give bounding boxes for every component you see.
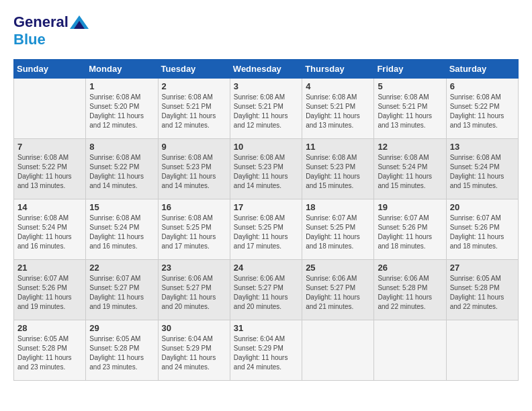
calendar-day-cell: 30Sunrise: 6:04 AMSunset: 5:29 PMDayligh…	[158, 320, 230, 381]
logo-blue: Blue	[13, 31, 46, 48]
day-number: 20	[450, 202, 515, 212]
day-number: 10	[234, 142, 298, 152]
day-info: Sunrise: 6:08 AMSunset: 5:24 PMDaylight:…	[17, 214, 82, 251]
day-info: Sunrise: 6:08 AMSunset: 5:21 PMDaylight:…	[162, 93, 226, 130]
calendar-day-cell: 31Sunrise: 6:04 AMSunset: 5:29 PMDayligh…	[230, 320, 302, 381]
day-number: 11	[306, 142, 370, 152]
day-info: Sunrise: 6:08 AMSunset: 5:21 PMDaylight:…	[378, 93, 442, 130]
weekday-header-row: SundayMondayTuesdayWednesdayThursdayFrid…	[14, 60, 519, 79]
day-info: Sunrise: 6:08 AMSunset: 5:25 PMDaylight:…	[162, 214, 226, 251]
day-number: 9	[162, 142, 226, 152]
weekday-header: Tuesday	[158, 60, 230, 79]
day-info: Sunrise: 6:04 AMSunset: 5:29 PMDaylight:…	[234, 334, 298, 372]
day-info: Sunrise: 6:07 AMSunset: 5:26 PMDaylight:…	[17, 274, 82, 312]
calendar-day-cell: 24Sunrise: 6:06 AMSunset: 5:27 PMDayligh…	[230, 260, 302, 320]
logo-icon	[70, 15, 89, 29]
day-number: 31	[234, 323, 298, 333]
day-info: Sunrise: 6:08 AMSunset: 5:22 PMDaylight:…	[89, 153, 154, 191]
calendar-day-cell	[374, 320, 446, 381]
calendar-day-cell	[302, 320, 374, 381]
logo-general: General	[13, 13, 69, 31]
calendar-day-cell: 8Sunrise: 6:08 AMSunset: 5:22 PMDaylight…	[86, 139, 158, 199]
calendar-day-cell	[446, 320, 518, 381]
day-info: Sunrise: 6:07 AMSunset: 5:26 PMDaylight:…	[450, 214, 515, 251]
calendar-day-cell: 19Sunrise: 6:07 AMSunset: 5:26 PMDayligh…	[374, 199, 446, 260]
day-info: Sunrise: 6:08 AMSunset: 5:24 PMDaylight:…	[378, 153, 442, 191]
day-info: Sunrise: 6:04 AMSunset: 5:29 PMDaylight:…	[162, 334, 226, 372]
calendar-day-cell: 12Sunrise: 6:08 AMSunset: 5:24 PMDayligh…	[374, 139, 446, 199]
calendar-day-cell: 10Sunrise: 6:08 AMSunset: 5:23 PMDayligh…	[230, 139, 302, 199]
day-number: 22	[89, 263, 154, 273]
weekday-header: Thursday	[302, 60, 374, 79]
day-info: Sunrise: 6:08 AMSunset: 5:23 PMDaylight:…	[306, 153, 370, 191]
day-info: Sunrise: 6:08 AMSunset: 5:21 PMDaylight:…	[306, 93, 370, 130]
weekday-header: Sunday	[14, 60, 86, 79]
day-number: 14	[17, 202, 82, 212]
day-number: 23	[162, 263, 226, 273]
day-info: Sunrise: 6:08 AMSunset: 5:24 PMDaylight:…	[89, 214, 154, 251]
calendar-day-cell: 20Sunrise: 6:07 AMSunset: 5:26 PMDayligh…	[446, 199, 518, 260]
day-number: 28	[17, 323, 82, 333]
day-number: 24	[234, 263, 298, 273]
day-info: Sunrise: 6:08 AMSunset: 5:20 PMDaylight:…	[89, 93, 154, 130]
calendar-day-cell: 14Sunrise: 6:08 AMSunset: 5:24 PMDayligh…	[14, 199, 86, 260]
calendar-day-cell: 5Sunrise: 6:08 AMSunset: 5:21 PMDaylight…	[374, 79, 446, 139]
day-info: Sunrise: 6:08 AMSunset: 5:23 PMDaylight:…	[162, 153, 226, 191]
day-info: Sunrise: 6:06 AMSunset: 5:27 PMDaylight:…	[306, 274, 370, 312]
day-info: Sunrise: 6:08 AMSunset: 5:24 PMDaylight:…	[450, 153, 515, 191]
weekday-header: Friday	[374, 60, 446, 79]
calendar-day-cell: 27Sunrise: 6:05 AMSunset: 5:28 PMDayligh…	[446, 260, 518, 320]
day-number: 12	[378, 142, 442, 152]
calendar-day-cell: 9Sunrise: 6:08 AMSunset: 5:23 PMDaylight…	[158, 139, 230, 199]
day-number: 15	[89, 202, 154, 212]
day-number: 21	[17, 263, 82, 273]
calendar-day-cell: 21Sunrise: 6:07 AMSunset: 5:26 PMDayligh…	[14, 260, 86, 320]
day-number: 27	[450, 263, 515, 273]
day-info: Sunrise: 6:06 AMSunset: 5:28 PMDaylight:…	[378, 274, 442, 312]
weekday-header: Monday	[86, 60, 158, 79]
weekday-header: Saturday	[446, 60, 518, 79]
day-info: Sunrise: 6:07 AMSunset: 5:26 PMDaylight:…	[378, 214, 442, 251]
calendar-day-cell: 22Sunrise: 6:07 AMSunset: 5:27 PMDayligh…	[86, 260, 158, 320]
calendar-week-row: 28Sunrise: 6:05 AMSunset: 5:28 PMDayligh…	[14, 320, 519, 381]
day-number: 4	[306, 81, 370, 91]
calendar-week-row: 7Sunrise: 6:08 AMSunset: 5:22 PMDaylight…	[14, 139, 519, 199]
day-number: 8	[89, 142, 154, 152]
day-number: 29	[89, 323, 154, 333]
day-info: Sunrise: 6:07 AMSunset: 5:25 PMDaylight:…	[306, 214, 370, 251]
page-header: General Blue	[13, 13, 519, 48]
day-info: Sunrise: 6:08 AMSunset: 5:21 PMDaylight:…	[234, 93, 298, 130]
day-number: 16	[162, 202, 226, 212]
day-info: Sunrise: 6:05 AMSunset: 5:28 PMDaylight:…	[89, 334, 154, 372]
calendar-day-cell: 18Sunrise: 6:07 AMSunset: 5:25 PMDayligh…	[302, 199, 374, 260]
calendar-day-cell: 23Sunrise: 6:06 AMSunset: 5:27 PMDayligh…	[158, 260, 230, 320]
day-number: 5	[378, 81, 442, 91]
calendar-day-cell: 16Sunrise: 6:08 AMSunset: 5:25 PMDayligh…	[158, 199, 230, 260]
calendar-week-row: 1Sunrise: 6:08 AMSunset: 5:20 PMDaylight…	[14, 79, 519, 139]
day-info: Sunrise: 6:07 AMSunset: 5:27 PMDaylight:…	[89, 274, 154, 312]
calendar-day-cell: 29Sunrise: 6:05 AMSunset: 5:28 PMDayligh…	[86, 320, 158, 381]
day-number: 25	[306, 263, 370, 273]
day-info: Sunrise: 6:05 AMSunset: 5:28 PMDaylight:…	[450, 274, 515, 312]
calendar-day-cell: 26Sunrise: 6:06 AMSunset: 5:28 PMDayligh…	[374, 260, 446, 320]
calendar-day-cell: 7Sunrise: 6:08 AMSunset: 5:22 PMDaylight…	[14, 139, 86, 199]
calendar-week-row: 14Sunrise: 6:08 AMSunset: 5:24 PMDayligh…	[14, 199, 519, 260]
calendar-day-cell: 3Sunrise: 6:08 AMSunset: 5:21 PMDaylight…	[230, 79, 302, 139]
calendar-day-cell: 6Sunrise: 6:08 AMSunset: 5:22 PMDaylight…	[446, 79, 518, 139]
day-info: Sunrise: 6:06 AMSunset: 5:27 PMDaylight:…	[234, 274, 298, 312]
day-info: Sunrise: 6:08 AMSunset: 5:22 PMDaylight:…	[450, 93, 515, 130]
day-number: 1	[89, 81, 154, 91]
day-number: 2	[162, 81, 226, 91]
day-number: 7	[17, 142, 82, 152]
calendar-day-cell: 1Sunrise: 6:08 AMSunset: 5:20 PMDaylight…	[86, 79, 158, 139]
day-info: Sunrise: 6:05 AMSunset: 5:28 PMDaylight:…	[17, 334, 82, 372]
day-info: Sunrise: 6:08 AMSunset: 5:25 PMDaylight:…	[234, 214, 298, 251]
calendar-day-cell: 13Sunrise: 6:08 AMSunset: 5:24 PMDayligh…	[446, 139, 518, 199]
calendar-table: SundayMondayTuesdayWednesdayThursdayFrid…	[13, 59, 519, 381]
calendar-day-cell: 11Sunrise: 6:08 AMSunset: 5:23 PMDayligh…	[302, 139, 374, 199]
day-info: Sunrise: 6:06 AMSunset: 5:27 PMDaylight:…	[162, 274, 226, 312]
calendar-day-cell: 4Sunrise: 6:08 AMSunset: 5:21 PMDaylight…	[302, 79, 374, 139]
calendar-day-cell: 2Sunrise: 6:08 AMSunset: 5:21 PMDaylight…	[158, 79, 230, 139]
day-number: 30	[162, 323, 226, 333]
day-number: 26	[378, 263, 442, 273]
